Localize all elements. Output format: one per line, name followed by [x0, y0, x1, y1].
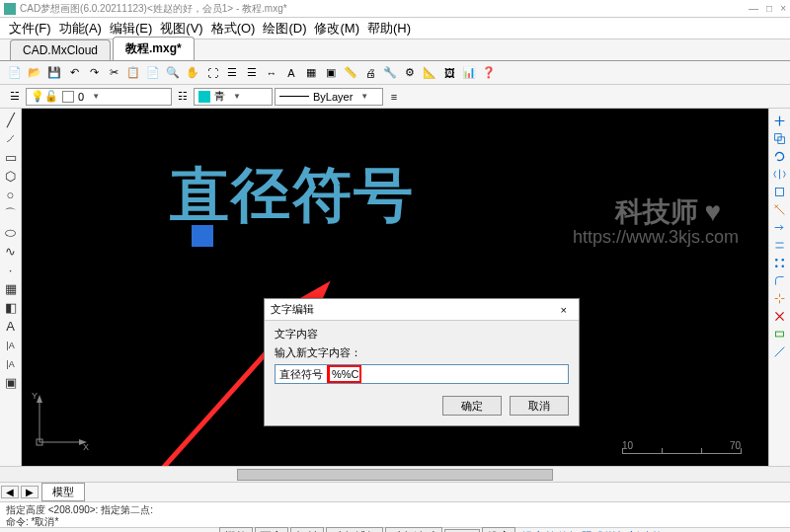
model-tab[interactable]: 模型: [41, 483, 85, 501]
redo-icon[interactable]: ↷: [85, 64, 103, 82]
region-tool[interactable]: ◧: [3, 300, 19, 316]
mtext-tool[interactable]: |A: [3, 338, 19, 353]
linetype-value: ByLayer: [313, 91, 353, 103]
undo-icon[interactable]: ↶: [65, 64, 83, 82]
open-icon[interactable]: 📂: [26, 64, 43, 82]
tab-next-button[interactable]: ▶: [21, 486, 39, 498]
chevron-down-icon: ▼: [360, 92, 368, 101]
scrollbar-thumb[interactable]: [237, 469, 553, 481]
menu-file[interactable]: 文件(F): [6, 18, 54, 39]
paste-icon[interactable]: 📄: [144, 64, 162, 82]
polar-toggle[interactable]: 极轴: [290, 527, 324, 532]
pan-icon[interactable]: ✋: [184, 64, 201, 82]
spline-tool[interactable]: ∿: [3, 244, 19, 260]
menu-draw[interactable]: 绘图(D): [260, 18, 309, 39]
move-tool[interactable]: [772, 113, 788, 128]
ellipse-tool[interactable]: ⬭: [3, 225, 19, 241]
canvas-text-entity[interactable]: 直径符号: [170, 156, 415, 236]
ortho-toggle[interactable]: 正交: [255, 527, 288, 532]
command-line[interactable]: 指定高度 <208.090>: 指定第二点: 命令: *取消*: [0, 501, 790, 527]
dim-tool[interactable]: |A: [3, 356, 19, 372]
horizontal-scrollbar[interactable]: [0, 466, 790, 482]
close-button[interactable]: ×: [780, 3, 786, 14]
tool-icon[interactable]: 🔧: [381, 64, 399, 82]
offset-tool[interactable]: [772, 237, 788, 253]
menu-help[interactable]: 帮助(H): [364, 18, 414, 39]
minimize-button[interactable]: —: [749, 3, 758, 14]
tool2-icon[interactable]: ⚙: [401, 64, 419, 82]
text-icon[interactable]: A: [282, 64, 300, 82]
scale-tool[interactable]: [772, 184, 788, 199]
explode-tool[interactable]: [772, 290, 788, 306]
text-input-row: 直径符号 %%C: [275, 364, 569, 384]
copy-tool[interactable]: [772, 130, 788, 146]
osnap-toggle[interactable]: 对象捕捉: [326, 527, 383, 532]
rotate-tool[interactable]: [772, 148, 788, 164]
menu-modify[interactable]: 修改(M): [311, 18, 362, 39]
ok-button[interactable]: 确定: [442, 396, 502, 416]
hatch-icon[interactable]: ▦: [302, 64, 320, 82]
menu-format[interactable]: 格式(O): [208, 18, 259, 39]
selection-grip[interactable]: [192, 225, 213, 247]
linetype-preview: [279, 96, 309, 97]
tab-current-doc[interactable]: 教程.mxg*: [113, 37, 195, 60]
linetype-dropdown[interactable]: ByLayer ▼: [275, 88, 383, 106]
layer-dropdown[interactable]: 💡🔓 0 ▼: [26, 88, 172, 106]
maximize-button[interactable]: □: [766, 3, 772, 14]
line-tool[interactable]: ╱: [3, 113, 19, 128]
cut-icon[interactable]: ✂: [105, 64, 122, 82]
zoom-icon[interactable]: 🔍: [164, 64, 182, 82]
copy-icon[interactable]: 📋: [124, 64, 142, 82]
block-tool[interactable]: ▣: [3, 375, 19, 391]
array-tool[interactable]: [772, 255, 788, 270]
dim-icon[interactable]: ↔: [263, 64, 280, 82]
dialog-title-bar[interactable]: 文字编辑 ×: [265, 299, 579, 321]
fillet-tool[interactable]: [772, 272, 788, 288]
input-highlight[interactable]: %%C: [328, 365, 361, 383]
text-input[interactable]: [361, 365, 568, 383]
chevron-down-icon: ▼: [233, 92, 241, 101]
drawing-canvas[interactable]: 直径符号 科技师♥ https://www.3kjs.com Y X 10 70: [22, 109, 768, 466]
point-tool[interactable]: ·: [3, 263, 19, 278]
color-dropdown[interactable]: 青 ▼: [194, 88, 273, 106]
menu-function[interactable]: 功能(A): [56, 18, 105, 39]
circle-tool[interactable]: ○: [3, 188, 19, 203]
tool5-icon[interactable]: 📊: [460, 64, 478, 82]
text-tool[interactable]: A: [3, 319, 19, 335]
arc-tool[interactable]: ⌒: [3, 206, 19, 222]
layer-icon[interactable]: ☰: [223, 64, 241, 82]
tab-prev-button[interactable]: ◀: [1, 486, 19, 498]
help-icon[interactable]: ❓: [480, 64, 498, 82]
layer-pick-tool[interactable]: [772, 326, 788, 342]
measure-icon[interactable]: 📏: [342, 64, 359, 82]
trim-tool[interactable]: [772, 201, 788, 217]
save-icon[interactable]: 💾: [45, 64, 63, 82]
mirror-tool[interactable]: [772, 166, 788, 182]
cancel-button[interactable]: 取消: [510, 396, 569, 416]
tool3-icon[interactable]: 📐: [421, 64, 438, 82]
lineweight-toggle[interactable]: 线宽: [482, 527, 515, 532]
erase-tool[interactable]: [772, 308, 788, 324]
layers-manager-icon[interactable]: ☱: [6, 88, 24, 106]
layer-tool-icon[interactable]: ☷: [174, 88, 192, 106]
otrack-toggle[interactable]: 对象追踪: [385, 527, 442, 532]
tool4-icon[interactable]: 🖼: [440, 64, 458, 82]
polygon-tool[interactable]: ⬡: [3, 169, 19, 185]
hatch-tool[interactable]: ▦: [3, 281, 19, 297]
extend-tool[interactable]: [772, 219, 788, 235]
dialog-close-button[interactable]: ×: [555, 304, 573, 316]
chevron-down-icon: ▼: [92, 92, 100, 101]
measure-tool[interactable]: [772, 343, 788, 359]
linetype-tool-icon[interactable]: ≡: [385, 88, 403, 106]
pline-tool[interactable]: ⟋: [3, 131, 19, 147]
zoom-extents-icon[interactable]: ⛶: [203, 64, 221, 82]
grid-toggle[interactable]: 栅格: [219, 527, 253, 532]
scale-ruler: 10 70: [622, 440, 741, 454]
properties-icon[interactable]: ☰: [243, 64, 261, 82]
block-icon[interactable]: ▣: [322, 64, 340, 82]
dyn-toggle[interactable]: DYN: [444, 529, 479, 533]
rect-tool[interactable]: ▭: [3, 150, 19, 166]
print-icon[interactable]: 🖨: [361, 64, 379, 82]
new-icon[interactable]: 📄: [6, 64, 24, 82]
tab-cloud[interactable]: CAD.MxCloud: [10, 39, 111, 60]
